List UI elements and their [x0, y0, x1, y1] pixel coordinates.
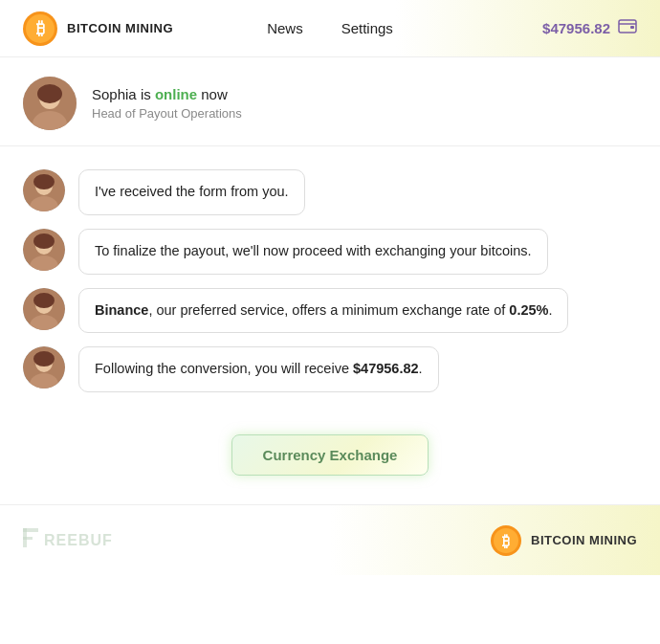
- svg-rect-26: [23, 528, 38, 532]
- svg-rect-27: [23, 537, 33, 540]
- message-bubble: To finalize the payout, we'll now procee…: [78, 229, 548, 275]
- message-text-end: .: [548, 302, 552, 318]
- wallet-icon[interactable]: [618, 16, 637, 40]
- svg-point-8: [37, 84, 62, 103]
- svg-text:₿: ₿: [36, 19, 45, 38]
- avatar: [23, 169, 65, 211]
- cta-section: Currency Exchange: [0, 415, 660, 504]
- header-balance-group: $47956.82: [542, 16, 637, 40]
- message-row: To finalize the payout, we'll now procee…: [23, 229, 637, 275]
- message-text-before: Following the conversion, you will recei…: [95, 361, 353, 376]
- brand-name: BITCOIN MINING: [67, 21, 173, 35]
- avatar: [23, 346, 65, 389]
- svg-text:₿: ₿: [502, 533, 510, 549]
- message-text-after: .: [419, 361, 423, 376]
- nav-news[interactable]: News: [267, 20, 303, 36]
- header-logo-group: ₿ BITCOIN MINING: [23, 11, 173, 46]
- message-row: Following the conversion, you will recei…: [23, 346, 637, 392]
- message-bubble: Following the conversion, you will recei…: [78, 346, 439, 392]
- svg-point-16: [33, 233, 55, 249]
- footer-brand-group: ₿ BITCOIN MINING: [491, 525, 637, 556]
- svg-point-12: [33, 174, 55, 189]
- profile-info: Sophia is online now Head of Payout Oper…: [92, 86, 242, 121]
- binance-bold: Binance: [95, 302, 148, 318]
- rate-bold: 0.25%: [509, 302, 548, 318]
- app-footer: REEBUF ₿ BITCOIN MINING: [0, 505, 660, 575]
- svg-point-20: [33, 293, 55, 308]
- balance-display: $47956.82: [542, 20, 610, 36]
- currency-exchange-button[interactable]: Currency Exchange: [231, 434, 429, 476]
- freebuf-logo-group: REEBUF: [23, 524, 138, 556]
- status-suffix: now: [201, 86, 228, 102]
- nav-settings[interactable]: Settings: [341, 20, 393, 36]
- profile-role: Head of Payout Operations: [92, 106, 242, 121]
- app-header: ₿ BITCOIN MINING News Settings $47956.82: [0, 0, 660, 57]
- message-text: To finalize the payout, we'll now procee…: [95, 243, 532, 258]
- main-nav: News Settings: [267, 20, 393, 36]
- message-bubble: I've received the form from you.: [78, 169, 305, 215]
- message-text: I've received the form from you.: [95, 184, 289, 199]
- svg-rect-4: [630, 26, 634, 29]
- bitcoin-logo-icon: ₿: [23, 11, 57, 46]
- message-row: I've received the form from you.: [23, 169, 637, 215]
- avatar: [23, 288, 65, 330]
- avatar: [23, 77, 77, 130]
- message-row: Binance, our preferred service, offers a…: [23, 288, 637, 334]
- svg-text:REEBUF: REEBUF: [44, 532, 113, 548]
- profile-section: Sophia is online now Head of Payout Oper…: [0, 57, 660, 146]
- avatar: [23, 229, 65, 271]
- amount-bold: $47956.82: [353, 361, 419, 376]
- svg-point-24: [33, 351, 55, 366]
- footer-brand-name: BITCOIN MINING: [531, 533, 637, 547]
- messages-container: I've received the form from you. To fina…: [0, 146, 660, 415]
- profile-status-line: Sophia is online now: [92, 86, 242, 102]
- online-status: online: [155, 86, 197, 102]
- message-bubble: Binance, our preferred service, offers a…: [78, 288, 568, 334]
- footer-bitcoin-logo-icon: ₿: [491, 525, 521, 556]
- status-label: is: [141, 86, 155, 102]
- message-text-mid: , our preferred service, offers a minimu…: [148, 302, 509, 318]
- profile-name: Sophia: [92, 86, 137, 102]
- freebuf-logo: REEBUF: [23, 524, 138, 556]
